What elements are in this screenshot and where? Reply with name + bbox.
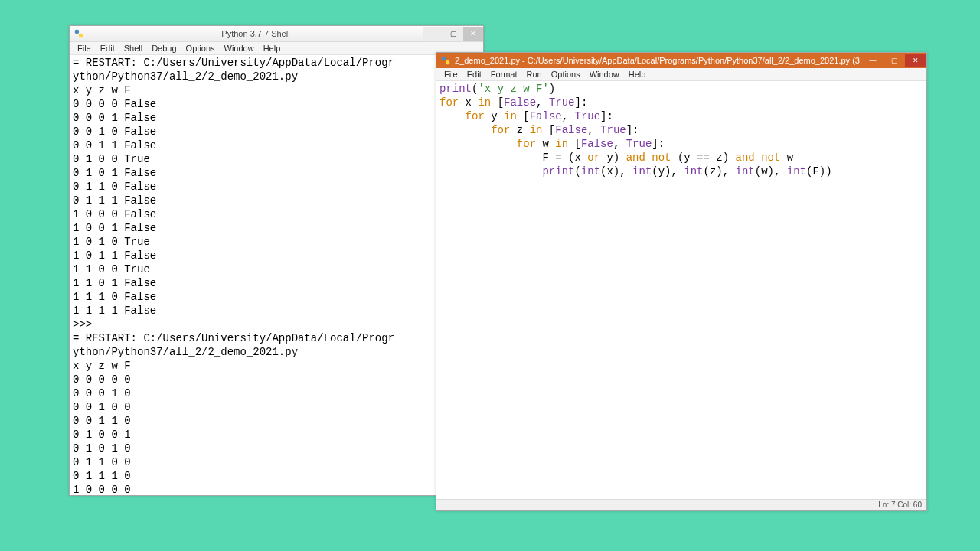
svg-rect-1 bbox=[79, 34, 83, 37]
menu-edit[interactable]: Edit bbox=[96, 43, 119, 54]
menu-file[interactable]: File bbox=[73, 43, 96, 54]
menu-help[interactable]: Help bbox=[259, 43, 286, 54]
menu-debug[interactable]: Debug bbox=[147, 43, 181, 54]
close-button[interactable]: ✕ bbox=[905, 54, 926, 67]
maximize-button[interactable]: ▢ bbox=[443, 27, 463, 41]
shell-menubar: File Edit Shell Debug Options Window Hel… bbox=[70, 42, 483, 55]
minimize-button[interactable]: — bbox=[862, 54, 884, 67]
svg-rect-3 bbox=[446, 60, 449, 64]
shell-titlebar[interactable]: Python 3.7.7 Shell — ▢ ✕ bbox=[70, 26, 483, 42]
menu-options[interactable]: Options bbox=[547, 69, 585, 80]
editor-window: 2_demo_2021.py - C:/Users/University/App… bbox=[436, 52, 927, 511]
editor-menubar: File Edit Format Run Options Window Help bbox=[436, 68, 926, 81]
minimize-button[interactable]: — bbox=[423, 27, 443, 41]
menu-edit[interactable]: Edit bbox=[462, 69, 486, 80]
close-button[interactable]: ✕ bbox=[463, 27, 483, 41]
shell-window: Python 3.7.7 Shell — ▢ ✕ File Edit Shell… bbox=[69, 25, 484, 496]
python-icon bbox=[74, 28, 84, 39]
python-icon bbox=[440, 55, 451, 66]
menu-help[interactable]: Help bbox=[624, 69, 651, 80]
svg-rect-2 bbox=[442, 57, 446, 60]
maximize-button[interactable]: ▢ bbox=[884, 54, 905, 67]
menu-options[interactable]: Options bbox=[181, 43, 220, 54]
shell-output[interactable]: = RESTART: C:/Users/University/AppData/L… bbox=[70, 55, 483, 500]
editor-title: 2_demo_2021.py - C:/Users/University/App… bbox=[455, 56, 862, 65]
menu-file[interactable]: File bbox=[439, 69, 462, 80]
shell-title: Python 3.7.7 Shell bbox=[88, 29, 423, 38]
editor-titlebar[interactable]: 2_demo_2021.py - C:/Users/University/App… bbox=[436, 53, 926, 68]
menu-window[interactable]: Window bbox=[220, 43, 259, 54]
editor-window-controls: — ▢ ✕ bbox=[862, 54, 926, 67]
menu-format[interactable]: Format bbox=[486, 69, 522, 80]
svg-rect-0 bbox=[75, 30, 79, 34]
menu-shell[interactable]: Shell bbox=[119, 43, 147, 54]
editor-code[interactable]: print('x y z w F') for x in [False, True… bbox=[436, 81, 926, 504]
menu-run[interactable]: Run bbox=[522, 69, 547, 80]
menu-window[interactable]: Window bbox=[585, 69, 624, 80]
editor-statusbar: Ln: 7 Col: 60 bbox=[436, 499, 926, 510]
shell-window-controls: — ▢ ✕ bbox=[423, 27, 483, 41]
